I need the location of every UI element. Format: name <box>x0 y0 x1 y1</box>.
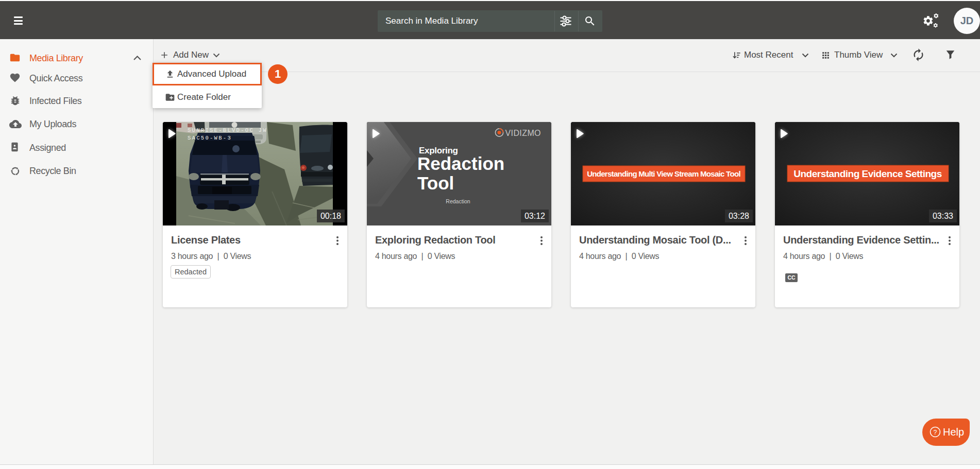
svg-text:VIDIZMO: VIDIZMO <box>505 129 541 137</box>
svg-text:SUNRISE-BLVD-OC JW: SUNRISE-BLVD-OC JW <box>188 127 267 133</box>
svg-text:Redaction: Redaction <box>446 198 470 204</box>
svg-text:Redaction: Redaction <box>417 153 504 173</box>
svg-text:?: ? <box>934 429 937 436</box>
svg-text:Understanding Multi View Strea: Understanding Multi View Stream Mosaic T… <box>587 169 740 178</box>
svg-text:Understanding Evidence Setting: Understanding Evidence Settings <box>793 168 942 179</box>
svg-text:SAC50-WB-3: SAC50-WB-3 <box>188 135 232 141</box>
svg-text:Tool: Tool <box>417 173 454 193</box>
